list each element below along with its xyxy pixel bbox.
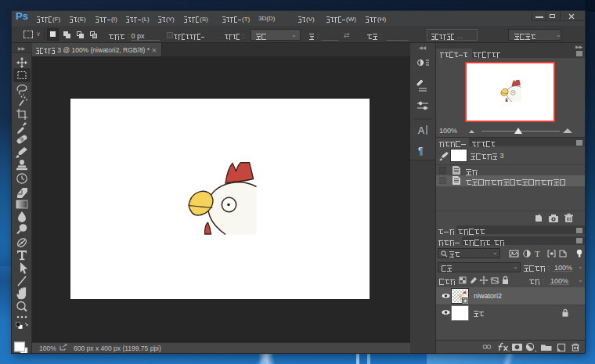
svg-text:A: A	[418, 125, 424, 136]
svg-text:◀◀: ◀◀	[419, 45, 427, 50]
svg-text:T: T	[535, 249, 540, 258]
svg-text:¶: ¶	[418, 146, 423, 157]
